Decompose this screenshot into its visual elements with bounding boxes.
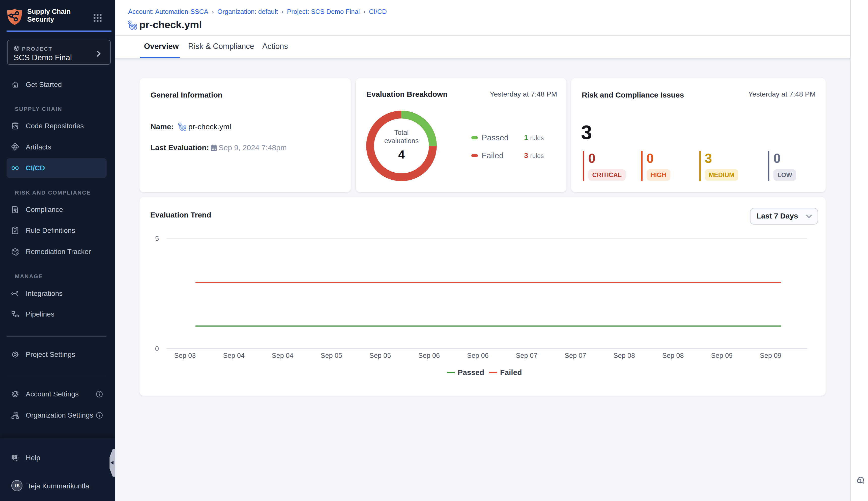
svg-text:Sep 09: Sep 09	[711, 352, 733, 359]
svg-text:Sep 09: Sep 09	[760, 352, 782, 359]
svg-text:Passed: Passed	[458, 368, 484, 376]
svg-text:Sep 05: Sep 05	[369, 352, 391, 359]
svg-text:Sep 07: Sep 07	[516, 352, 537, 359]
svg-text:Sep 04: Sep 04	[272, 352, 294, 359]
svg-text:5: 5	[155, 235, 159, 243]
svg-text:Sep 05: Sep 05	[321, 352, 342, 359]
svg-text:Sep 08: Sep 08	[662, 352, 684, 359]
svg-text:Sep 06: Sep 06	[418, 352, 440, 359]
svg-text:Sep 04: Sep 04	[223, 352, 244, 359]
svg-text:0: 0	[155, 345, 159, 353]
svg-text:Sep 03: Sep 03	[174, 352, 196, 359]
svg-text:Failed: Failed	[500, 368, 522, 376]
svg-text:Sep 07: Sep 07	[565, 352, 586, 359]
svg-text:Sep 06: Sep 06	[467, 352, 489, 359]
svg-text:Sep 08: Sep 08	[613, 352, 635, 359]
